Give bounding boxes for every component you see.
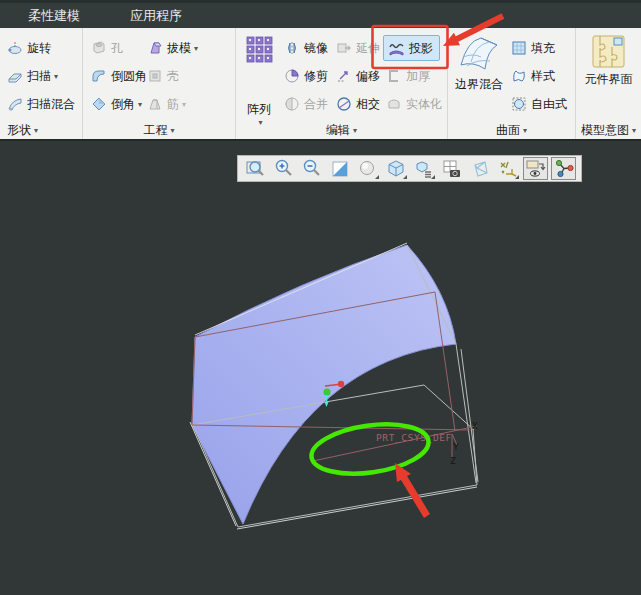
fill-button[interactable]: 填充 <box>511 36 555 60</box>
shading-style-button[interactable] <box>355 157 380 180</box>
spin-center-button[interactable] <box>551 157 576 180</box>
project-button[interactable]: 投影 <box>383 35 440 61</box>
rib-button: 筋 ▾ <box>147 92 186 116</box>
draft-button[interactable]: 拔模 ▾ <box>147 36 198 60</box>
ribbon-group-shape: 旋转 扫描 ▾ 扫描混合 形状▾ <box>0 28 83 139</box>
mirror-icon <box>284 40 300 56</box>
dropdown-arrow-icon: ▾ <box>353 126 357 135</box>
display-style-button[interactable] <box>383 157 408 180</box>
perspective-view-icon <box>471 160 489 178</box>
dropdown-arrow-icon: ▾ <box>182 100 186 109</box>
refit-icon <box>246 159 265 178</box>
zoom-in-button[interactable] <box>271 157 296 180</box>
ribbon: 旋转 扫描 ▾ 扫描混合 形状▾ 孔 <box>0 28 641 141</box>
group-label-surface[interactable]: 曲面▾ <box>448 122 575 139</box>
trim-icon <box>284 68 300 84</box>
freestyle-icon <box>511 96 527 112</box>
chamfer-button[interactable]: 倒角 ▾ <box>91 92 142 116</box>
pattern-button[interactable]: 阵列 ▾ <box>240 36 278 127</box>
saved-views-icon <box>415 160 433 178</box>
offset-icon <box>336 68 352 84</box>
shading-style-icon <box>359 160 377 178</box>
sweep-icon <box>7 68 23 84</box>
group-label-edit[interactable]: 编辑▾ <box>236 122 447 139</box>
annotation-display-button[interactable] <box>523 157 548 180</box>
annotation-display-icon <box>526 159 546 178</box>
saved-views-button[interactable] <box>411 157 436 180</box>
refit-button[interactable] <box>243 157 268 180</box>
dropdown-arrow-icon: ▾ <box>34 126 38 135</box>
group-label-engineering[interactable]: 工程▾ <box>83 122 235 139</box>
tab-flexible-modeling[interactable]: 柔性建模 <box>14 3 94 28</box>
style-icon <box>511 68 527 84</box>
view-manager-button[interactable] <box>439 157 464 180</box>
datum-display-filters-button[interactable] <box>495 157 520 180</box>
boundary-blend-icon <box>457 35 501 73</box>
intersect-icon <box>336 96 352 112</box>
spin-center-icon <box>554 159 574 178</box>
sweep-blend-button[interactable]: 扫描混合 <box>7 92 75 116</box>
dropdown-corner-icon <box>515 175 519 179</box>
draft-icon <box>147 40 163 56</box>
dropdown-corner-icon <box>431 175 435 179</box>
sweep-button[interactable]: 扫描 ▾ <box>7 64 58 88</box>
view-manager-icon <box>443 160 461 178</box>
freestyle-button[interactable]: 自由式 <box>511 92 567 116</box>
thicken-button: 加厚 <box>386 64 430 88</box>
graphics-toolbar <box>237 155 582 182</box>
solidify-button: 实体化 <box>386 92 442 116</box>
component-interface-button[interactable]: 元件界面 <box>580 35 637 88</box>
dropdown-arrow-icon: ▾ <box>54 72 58 81</box>
repaint-button[interactable] <box>327 157 352 180</box>
round-icon <box>91 68 107 84</box>
project-icon <box>388 40 405 56</box>
dropdown-corner-icon <box>403 175 407 179</box>
extend-icon <box>336 40 352 56</box>
rib-icon <box>147 96 163 112</box>
viewport-3d[interactable] <box>0 141 641 595</box>
zoom-in-icon <box>274 159 293 178</box>
zoom-out-button[interactable] <box>299 157 324 180</box>
shell-button: 壳 <box>147 64 179 88</box>
pattern-icon <box>246 36 273 63</box>
tab-bar: 柔性建模 应用程序 <box>0 0 641 28</box>
ribbon-group-model-intent: 元件界面 模型意图▾ <box>576 28 641 139</box>
hole-icon <box>91 40 107 56</box>
ribbon-group-edit: 阵列 ▾ 镜像 修剪 合并 <box>236 28 448 139</box>
revolve-icon <box>7 40 23 56</box>
merge-button: 合并 <box>284 92 328 116</box>
chamfer-icon <box>91 96 107 112</box>
ribbon-group-engineering: 孔 倒圆角 ▾ 倒角 ▾ 拔模 ▾ <box>83 28 236 139</box>
thicken-icon <box>386 68 402 84</box>
datum-display-filters-icon <box>499 160 517 178</box>
group-label-model-intent[interactable]: 模型意图▾ <box>576 122 641 139</box>
tab-applications[interactable]: 应用程序 <box>116 3 196 28</box>
hole-button: 孔 <box>91 36 123 60</box>
trim-button[interactable]: 修剪 <box>284 64 328 88</box>
shell-icon <box>147 68 163 84</box>
sweep-blend-icon <box>7 96 23 112</box>
round-button[interactable]: 倒圆角 ▾ <box>91 64 154 88</box>
zoom-out-icon <box>302 159 321 178</box>
extend-button: 延伸 <box>336 36 380 60</box>
style-button[interactable]: 样式 <box>511 64 555 88</box>
dropdown-arrow-icon: ▾ <box>523 126 527 135</box>
dropdown-arrow-icon: ▾ <box>138 100 142 109</box>
dropdown-corner-icon <box>375 175 379 179</box>
revolve-button[interactable]: 旋转 <box>7 36 51 60</box>
mirror-button[interactable]: 镜像 <box>284 36 328 60</box>
fill-icon <box>511 40 527 56</box>
ribbon-group-surface: 边界混合 填充 样式 自由式 曲面▾ <box>448 28 576 139</box>
dropdown-arrow-icon: ▾ <box>632 126 636 135</box>
perspective-view-button[interactable] <box>467 157 492 180</box>
solidify-icon <box>386 96 402 112</box>
intersect-button[interactable]: 相交 <box>336 92 380 116</box>
repaint-icon <box>331 160 349 178</box>
display-style-icon <box>387 160 405 178</box>
component-interface-icon <box>592 35 625 68</box>
group-label-shape[interactable]: 形状▾ <box>0 122 82 139</box>
dropdown-arrow-icon: ▾ <box>170 126 174 135</box>
offset-button[interactable]: 偏移 <box>336 64 380 88</box>
boundary-blend-button[interactable]: 边界混合 <box>450 35 508 93</box>
dropdown-arrow-icon: ▾ <box>194 44 198 53</box>
